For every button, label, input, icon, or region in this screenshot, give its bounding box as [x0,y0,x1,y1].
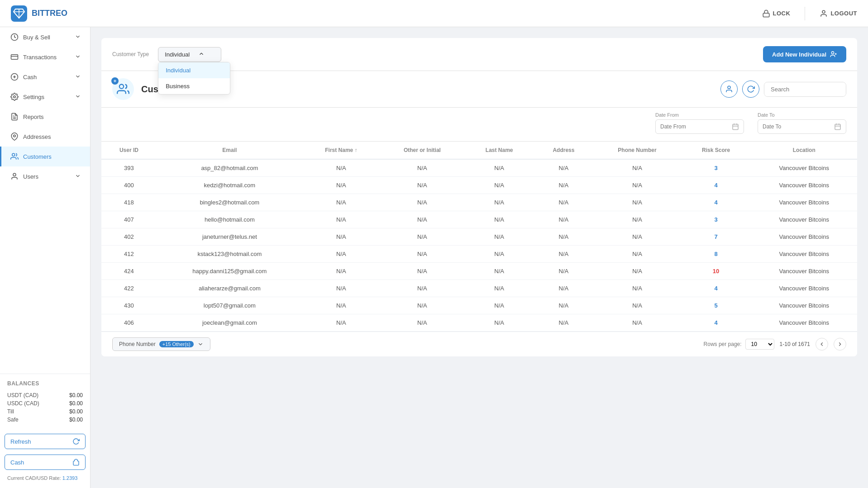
cell-email: aliaherarze@gmail.com [157,280,303,297]
cell-other-initial: N/A [380,228,465,246]
customer-type-button[interactable]: Individual [158,47,221,62]
svg-point-16 [13,173,16,176]
cell-last-name: N/A [465,314,534,332]
cell-risk-score: 8 [681,246,751,263]
date-to-input-wrap [758,119,846,134]
sidebar-label-settings: Settings [23,94,44,100]
cell-risk-score: 3 [681,211,751,228]
refresh-icon-button[interactable] [742,81,759,98]
cell-phone: N/A [593,263,681,280]
cell-other-initial: N/A [380,211,465,228]
cell-other-initial: N/A [380,177,465,194]
table-row[interactable]: 430 lopt507@gmail.com N/A N/A N/A N/A N/… [101,297,857,314]
table-row[interactable]: 412 kstack123@hotmail.com N/A N/A N/A N/… [101,246,857,263]
dropdown-option-individual[interactable]: Individual [158,62,230,78]
main-content: Customer Type Individual Individual Busi… [91,27,868,488]
col-address: Address [534,142,594,159]
cell-phone: N/A [593,280,681,297]
col-other-initial: Other or Initial [380,142,465,159]
lock-label: LOCK [773,10,791,17]
cell-email: asp_82@hotmail.com [157,159,303,177]
cell-address: N/A [534,314,594,332]
balance-amount-safe: $0.00 [69,417,83,423]
cad-rate-value[interactable]: 1.2393 [62,475,78,481]
sidebar-item-users[interactable]: Users [0,166,90,186]
sidebar-item-buy-sell[interactable]: Buy & Sell [0,27,90,47]
sidebar-label-addresses: Addresses [23,133,51,140]
cell-user-id: 430 [101,297,157,314]
cell-location: Vancouver Bitcoins [751,280,857,297]
columns-button[interactable]: Phone Number +15 Other(s) [112,337,210,351]
table-body: 393 asp_82@hotmail.com N/A N/A N/A N/A N… [101,159,857,332]
search-input[interactable] [764,82,846,96]
sidebar-item-transactions[interactable]: Transactions [0,47,90,67]
table-row[interactable]: 422 aliaherarze@gmail.com N/A N/A N/A N/… [101,280,857,297]
sidebar: Buy & Sell Transactions Cash Settings [0,27,91,488]
cell-risk-score: 4 [681,314,751,332]
date-from-label: Date From [655,112,744,118]
cell-phone: N/A [593,297,681,314]
sidebar-item-cash[interactable]: Cash [0,67,90,87]
balance-safe: Safe $0.00 [7,416,83,424]
chevron-down-icon [75,33,81,41]
sidebar-item-settings[interactable]: Settings [0,87,90,107]
cell-last-name: N/A [465,194,534,211]
lock-button[interactable]: LOCK [762,9,791,18]
cash-button[interactable]: Cash [5,455,86,470]
sidebar-item-reports[interactable]: Reports [0,107,90,127]
dropdown-option-business[interactable]: Business [158,78,230,94]
add-badge [111,77,119,85]
col-location: Location [751,142,857,159]
rows-per-page: Rows per page: 10 25 50 [704,339,774,350]
cell-first-name: N/A [303,314,380,332]
refresh-button[interactable]: Refresh [5,434,86,449]
customers-avatar [112,78,134,100]
cell-user-id: 418 [101,194,157,211]
chevron-down-icon [75,53,81,61]
svg-point-15 [12,153,15,156]
svg-rect-4 [763,13,769,17]
rows-per-page-select[interactable]: 10 25 50 [745,339,774,350]
table-row[interactable]: 424 happy.danni125@gmail.com N/A N/A N/A… [101,263,857,280]
sidebar-label-buy-sell: Buy & Sell [23,34,50,41]
cell-last-name: N/A [465,246,534,263]
table-row[interactable]: 393 asp_82@hotmail.com N/A N/A N/A N/A N… [101,159,857,177]
customer-type-selected: Individual [165,51,190,58]
cell-first-name: N/A [303,211,380,228]
date-to-input[interactable] [763,123,830,130]
cell-other-initial: N/A [380,246,465,263]
cell-email: kstack123@hotmail.com [157,246,303,263]
col-last-name: Last Name [465,142,534,159]
chevron-left-icon [819,341,825,347]
sidebar-item-customers[interactable]: Customers [0,147,90,166]
table-row[interactable]: 407 hello@hotmail.com N/A N/A N/A N/A N/… [101,211,857,228]
add-new-individual-button[interactable]: Add New Individual [763,46,846,62]
cell-user-id: 400 [101,177,157,194]
table-row[interactable]: 402 janeturner@telus.net N/A N/A N/A N/A… [101,228,857,246]
table-row[interactable]: 406 joeclean@gmail.com N/A N/A N/A N/A N… [101,314,857,332]
date-from-input[interactable] [660,123,728,130]
col-first-name[interactable]: First Name ↑ [303,142,380,159]
col-risk-score: Risk Score [681,142,751,159]
next-page-button[interactable] [834,338,846,351]
search-wrap [764,82,846,97]
cell-risk-score: 5 [681,297,751,314]
table-row[interactable]: 400 kedzi@hotmail.com N/A N/A N/A N/A N/… [101,177,857,194]
sidebar-label-cash: Cash [23,74,37,81]
balance-usdc: USDC (CAD) $0.00 [7,399,83,407]
filter-icon-button[interactable] [720,81,738,98]
cell-phone: N/A [593,314,681,332]
cell-address: N/A [534,263,594,280]
cell-address: N/A [534,194,594,211]
sidebar-item-addresses[interactable]: Addresses [0,127,90,147]
cell-risk-score: 4 [681,194,751,211]
cell-email: bingles2@hotmail.com [157,194,303,211]
prev-page-button[interactable] [816,338,828,351]
pagination: Rows per page: 10 25 50 1-10 of 1671 [704,338,846,351]
table-row[interactable]: 418 bingles2@hotmail.com N/A N/A N/A N/A… [101,194,857,211]
cell-location: Vancouver Bitcoins [751,159,857,177]
chevron-up-icon [198,51,205,58]
logout-button[interactable]: LOGOUT [820,9,857,18]
sidebar-label-reports: Reports [23,114,44,120]
columns-btn-label: Phone Number [119,341,156,347]
